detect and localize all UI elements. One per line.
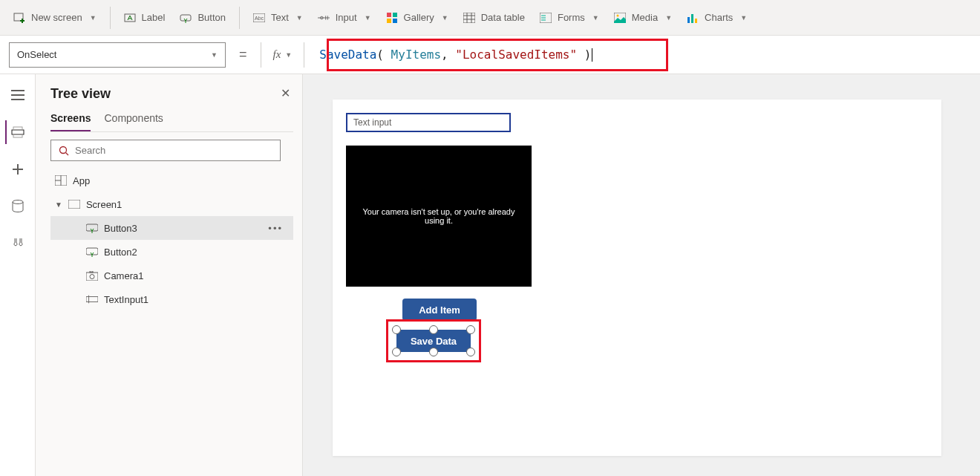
tab-components[interactable]: Components [104,112,163,131]
media-menu[interactable]: Media ▼ [607,7,679,28]
app-icon [55,175,67,186]
hamburger-button[interactable] [6,83,30,107]
svg-rect-12 [393,13,397,17]
formula-open: ( [376,48,384,62]
canvas-textinput[interactable]: Text input [346,113,511,132]
canvas-camera[interactable]: Your camera isn't set up, or you're alre… [346,146,532,287]
tree-label: Screen1 [86,199,122,210]
chevron-down-icon: ▼ [365,14,371,22]
resize-handle[interactable] [392,348,401,356]
forms-label: Forms [558,12,585,23]
svg-rect-46 [86,273,98,281]
charts-menu[interactable]: Charts ▼ [679,7,754,28]
charts-label: Charts [705,12,733,23]
tree-node-screen1[interactable]: ▼ Screen1 [50,192,293,216]
chevron-down-icon: ▼ [665,14,672,22]
tree-node-app[interactable]: App [50,169,293,192]
fx-button[interactable]: fx ▼ [270,48,295,61]
gallery-icon [386,12,398,24]
svg-rect-45 [86,248,98,255]
svg-rect-34 [13,134,22,137]
label-button[interactable]: Label [117,7,173,28]
button-icon [180,12,192,24]
svg-rect-14 [393,19,397,23]
svg-rect-32 [12,130,24,134]
svg-line-39 [66,152,69,155]
property-dropdown[interactable]: OnSelect ▼ [9,42,226,68]
label-text: Label [142,12,166,23]
svg-rect-26 [687,17,690,23]
datatable-icon [463,12,475,24]
tree-node-button3[interactable]: Button3 ••• [50,216,293,240]
add-item-button[interactable]: Add Item [402,299,477,321]
resize-handle[interactable] [392,325,401,334]
chevron-down-icon: ▼ [285,51,292,59]
tree-node-textinput1[interactable]: TextInput1 [50,287,293,311]
resize-handle[interactable] [429,325,438,334]
gallery-label: Gallery [404,12,434,23]
button-icon [86,246,98,258]
input-menu[interactable]: Input ▼ [310,7,379,28]
svg-rect-43 [68,200,80,209]
formula-arg1: MyItems [391,48,441,62]
datatable-label: Data table [481,12,525,23]
svg-point-25 [616,14,618,16]
formula-input[interactable]: SaveData( MyItems, "LocalSavedItems" ) [313,45,971,65]
separator [304,42,304,68]
separator [110,7,111,29]
tree-label: Button3 [104,223,137,234]
svg-rect-27 [691,14,693,23]
save-data-selection: Save Data [396,330,471,352]
text-menu[interactable]: Abc Text ▼ [246,7,310,28]
new-screen-button[interactable]: New screen ▼ [6,7,104,28]
data-rail[interactable] [6,195,30,218]
svg-rect-33 [13,127,22,130]
svg-rect-44 [86,224,98,231]
resize-handle[interactable] [466,325,475,334]
tree-search[interactable] [50,140,281,161]
close-icon[interactable]: ✕ [281,86,290,100]
forms-menu[interactable]: Forms ▼ [532,7,607,28]
tab-screens[interactable]: Screens [50,112,91,131]
equals-sign: = [235,47,252,62]
input-icon [318,12,330,24]
button-icon [86,222,98,234]
svg-text:Abc: Abc [255,16,264,21]
camera-message: Your camera isn't set up, or you're alre… [353,207,524,225]
chevron-down-icon: ▼ [740,14,747,22]
caret [592,48,592,62]
media-icon [614,12,626,24]
media-label: Media [632,12,658,23]
tree-label: TextInput1 [104,294,148,305]
app-canvas[interactable]: Text input Your camera isn't set up, or … [333,100,941,456]
svg-point-37 [13,200,23,204]
text-icon: Abc [253,12,265,24]
search-input[interactable] [75,145,272,156]
svg-rect-49 [86,296,98,301]
formula-close: ) [584,48,592,62]
button-button[interactable]: Button [172,7,233,28]
resize-handle[interactable] [466,348,475,356]
tree-label: Button2 [104,247,137,258]
chevron-down-icon: ▼ [211,51,218,59]
tree-view-rail[interactable] [5,120,29,144]
tree-label: App [73,175,90,186]
textinput-placeholder: Text input [353,117,391,128]
tree-node-button2[interactable]: Button2 [50,240,293,264]
forms-icon [540,12,552,24]
chevron-down-icon: ▼ [592,14,599,22]
chevron-down-icon: ▼ [90,14,97,22]
chevron-down-icon[interactable]: ▼ [55,200,62,209]
gallery-menu[interactable]: Gallery ▼ [379,7,456,28]
datatable-button[interactable]: Data table [456,7,532,28]
resize-handle[interactable] [429,348,438,356]
insert-rail[interactable] [6,157,30,181]
tools-rail[interactable] [6,232,30,255]
tree-title: Tree view [50,86,293,102]
tree-node-camera1[interactable]: Camera1 [50,264,293,287]
svg-rect-11 [387,13,391,17]
label-icon [124,12,136,24]
button-text: Button [197,12,226,23]
search-icon [59,146,69,156]
more-icon[interactable]: ••• [268,223,289,234]
